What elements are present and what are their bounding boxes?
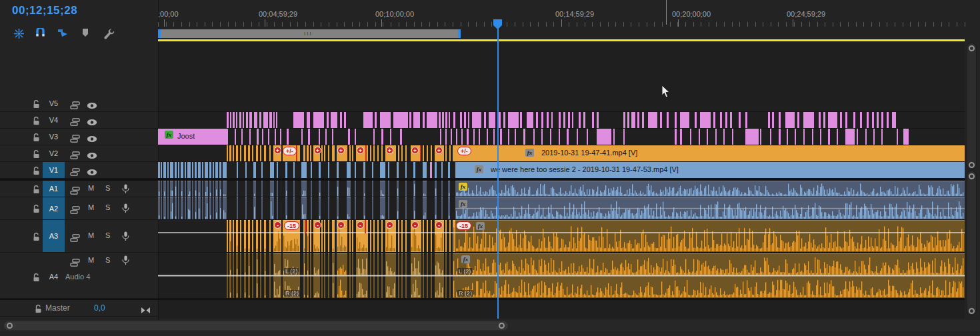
v3-clip-segment[interactable] [857,129,858,145]
v4-clip-segment[interactable] [508,112,519,128]
v3-clip-segment[interactable] [325,129,327,145]
v4-clip-segment[interactable] [460,112,462,128]
toggle-track-output-icon[interactable] [87,117,97,129]
v3-clip-segment[interactable] [597,129,611,145]
v1-clip-segment[interactable] [441,162,443,178]
linked-selection-toggle-linked-selection-icon[interactable] [57,28,69,41]
v1-clip-segment[interactable] [192,162,193,178]
solo-button[interactable]: S [105,203,110,211]
v4-clip-segment[interactable] [631,112,635,128]
track-lock-icon[interactable] [33,273,40,285]
v3-clip-segment[interactable] [770,129,771,145]
v2-clip-segment[interactable] [244,145,246,161]
snap-toggle-magnet-icon[interactable] [35,28,45,41]
v3-clip-segment[interactable] [268,129,269,145]
mute-button[interactable]: M [88,203,94,211]
v3-clip-segment[interactable] [493,129,495,145]
v4-clip-segment[interactable] [489,112,495,128]
v4-clip-segment[interactable] [667,112,669,128]
sync-lock-icon[interactable] [70,233,80,245]
v4-clip-segment[interactable] [642,112,644,128]
v4-clip-segment[interactable] [340,112,342,128]
v1-clip-segment[interactable] [413,162,415,178]
v3-clip-segment[interactable] [355,129,356,145]
v3-clip-segment[interactable] [301,129,303,145]
v1-clip-segment[interactable] [167,162,169,178]
track-target-chip-v1[interactable]: V1 [43,162,65,178]
sync-lock-icon[interactable] [70,257,80,269]
v4-clip-segment[interactable] [828,112,837,128]
v4-clip-segment[interactable] [745,112,747,128]
toggle-track-output-icon[interactable] [87,100,97,112]
v4-clip-segment[interactable] [892,112,896,128]
v4-clip-segment[interactable] [484,112,486,128]
sync-lock-icon[interactable] [70,205,80,217]
v4-clip-segment[interactable] [627,112,629,128]
v1-clip-segment[interactable] [181,162,183,178]
v4-clip-segment[interactable] [768,112,770,128]
v4-clip-segment[interactable] [472,112,481,128]
v1-clip-segment[interactable] [328,162,329,178]
v4-clip-segment[interactable] [887,112,889,128]
v1-clip-segment[interactable] [163,162,166,178]
track-lock-icon[interactable] [33,204,40,216]
v3-clip-segment[interactable] [487,129,488,145]
v3-clip-segment[interactable] [523,129,525,145]
v4-clip-segment[interactable] [785,112,795,128]
v1-clip-segment[interactable] [178,162,179,178]
v4-clip-segment[interactable] [442,112,444,128]
v1-clip-segment[interactable] [195,162,197,178]
v4-clip-segment[interactable] [423,112,425,128]
track-target-chip-a2[interactable]: A2 [43,197,65,219]
v3-clip-segment[interactable] [451,129,452,145]
v4-clip-segment[interactable] [797,112,799,128]
v4-clip-segment[interactable] [527,112,533,128]
v3-clip-segment[interactable] [587,129,588,145]
v2-clip-segment[interactable] [401,145,403,161]
v4-clip-segment[interactable] [725,112,727,128]
track-target-chip-a4[interactable]: A4 [43,271,65,283]
v3-clip-segment[interactable] [550,129,551,145]
v2-clip-segment[interactable] [236,145,238,161]
mute-button[interactable]: M [88,256,94,264]
v3-clip-segment[interactable] [873,129,875,145]
toggle-track-output-icon[interactable] [87,167,97,179]
v2-clip-segment[interactable] [445,145,447,161]
v4-clip-segment[interactable] [233,112,235,128]
v1-clip-segment[interactable] [223,162,227,178]
v2-clip-segment[interactable] [229,145,231,161]
v2-clip-segment[interactable] [227,145,228,161]
v1-clip-segment[interactable] [209,162,211,178]
v4-clip-segment[interactable] [579,112,581,128]
v4-clip-segment[interactable] [720,112,722,128]
v4-clip-segment[interactable] [680,112,689,128]
a1-track-clips[interactable] [158,181,965,197]
v3-clip-segment[interactable] [456,129,457,145]
v4-clip-segment[interactable] [623,112,625,128]
v3-clip-segment[interactable] [865,129,867,145]
v1-clip-segment[interactable] [213,162,214,178]
v4-clip-segment[interactable] [695,112,697,128]
track-target-chip-v3[interactable]: V3 [43,129,65,145]
v3-clip-segment[interactable] [308,129,310,145]
v3-clip-segment[interactable] [690,129,691,145]
v1-clip-segment[interactable] [448,162,450,178]
v1-clip-segment[interactable] [277,162,278,178]
v3-clip-segment[interactable] [319,129,320,145]
v2-clip-segment[interactable] [431,145,432,161]
v3-clip-segment[interactable] [787,129,788,145]
v1-clip-segment[interactable] [347,162,351,178]
v3-clip-segment[interactable] [467,129,469,145]
v4-clip-segment[interactable] [409,112,411,128]
v2-clip-segment[interactable] [398,145,399,161]
v4-clip-segment[interactable] [259,112,261,128]
v3-clip-segment[interactable] [623,129,625,145]
track-target-chip-v5[interactable]: V5 [43,95,65,111]
v4-clip-segment[interactable] [439,112,441,128]
v4-clip-segment[interactable] [331,112,337,128]
v4-clip-segment[interactable] [269,112,272,128]
work-area-grip[interactable]: III [304,31,313,37]
v3-clip-segment[interactable] [373,129,375,145]
a4-track-clips[interactable] [158,253,965,298]
solo-button[interactable]: S [105,256,110,264]
